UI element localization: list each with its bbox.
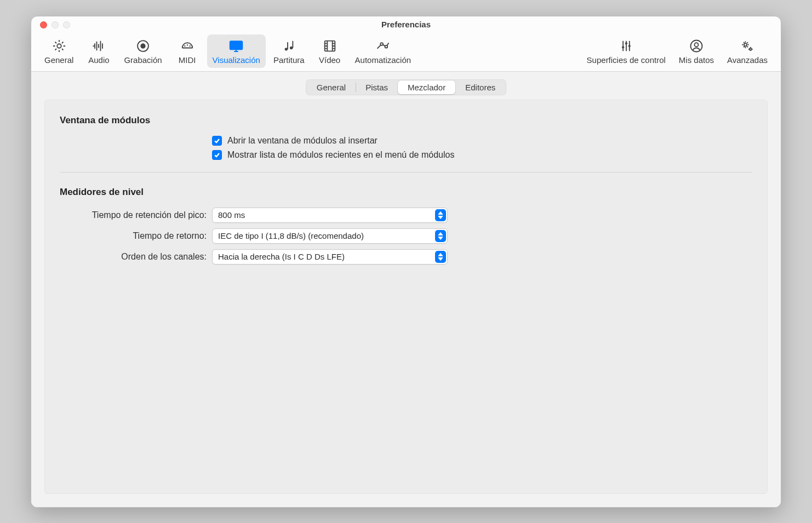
section-level-meters-heading: Medidores de nivel <box>60 187 752 198</box>
checkbox-icon <box>212 136 222 146</box>
gear-icon <box>52 38 67 54</box>
svg-marker-38 <box>438 257 443 260</box>
svg-point-0 <box>57 44 61 48</box>
toolbar-item-automation[interactable]: Automatización <box>350 35 417 68</box>
checkbox-open-plugin-window-on-insert[interactable]: Abrir la ventana de módulos al insertar <box>212 136 752 146</box>
select-value: Hacia la derecha (Is I C D Ds LFE) <box>218 252 345 261</box>
toolbar-item-recording[interactable]: Grabación <box>118 35 167 68</box>
select-arrows-icon <box>435 251 446 263</box>
svg-point-21 <box>380 43 383 45</box>
toolbar-item-score[interactable]: Partitura <box>268 35 310 68</box>
svg-marker-37 <box>438 253 443 256</box>
music-notes-icon <box>281 38 296 54</box>
preferences-panel: Ventana de módulos Abrir la ventana de m… <box>44 100 768 494</box>
svg-point-29 <box>690 40 702 51</box>
select-value: IEC de tipo I (11,8 dB/s) (recomendado) <box>218 231 364 240</box>
svg-point-4 <box>184 45 185 46</box>
tab-mixer[interactable]: Mezclador <box>398 81 455 94</box>
row-peak-hold-time: Tiempo de retención del pico: 800 ms <box>60 208 752 223</box>
content-area: General Pistas Mezclador Editores Ventan… <box>31 72 781 507</box>
label-channel-order: Orden de los canales: <box>60 252 212 262</box>
svg-point-30 <box>694 43 698 47</box>
toolbar-item-my-info[interactable]: Mis datos <box>673 35 719 68</box>
sliders-icon <box>619 38 634 54</box>
svg-point-31 <box>744 43 747 46</box>
automation-icon <box>375 38 391 54</box>
zoom-window-button[interactable] <box>63 21 70 28</box>
svg-marker-33 <box>438 211 443 214</box>
section-plugin-window-heading: Ventana de módulos <box>60 115 752 126</box>
toolbar-item-midi[interactable]: MIDI <box>170 35 205 68</box>
close-window-button[interactable] <box>40 21 47 28</box>
preferences-window: Preferencias General Audio Grabación MID… <box>31 16 781 508</box>
select-peak-hold-time[interactable]: 800 ms <box>212 208 448 223</box>
tab-tracks[interactable]: Pistas <box>356 81 398 94</box>
checkbox-icon <box>212 150 222 160</box>
svg-point-27 <box>625 42 627 44</box>
display-icon <box>228 38 244 54</box>
toolbar-item-general[interactable]: General <box>39 35 79 68</box>
toolbar-label: Automatización <box>355 55 411 65</box>
film-icon <box>322 38 338 54</box>
toolbar-item-advanced[interactable]: Avanzadas <box>722 35 773 68</box>
svg-point-32 <box>750 48 752 50</box>
toolbar-label: Avanzadas <box>727 55 768 65</box>
svg-point-28 <box>628 44 630 47</box>
record-icon <box>135 38 151 54</box>
toolbar-label: Vídeo <box>319 55 340 65</box>
checkbox-label: Mostrar lista de módulos recientes en el… <box>227 150 454 160</box>
minimize-window-button[interactable] <box>52 21 59 28</box>
toolbar-item-video[interactable]: Vídeo <box>312 35 347 68</box>
select-channel-order[interactable]: Hacia la derecha (Is I C D Ds LFE) <box>212 249 448 265</box>
traffic-lights <box>40 21 70 28</box>
toolbar-item-audio[interactable]: Audio <box>81 35 116 68</box>
sub-tabs: General Pistas Mezclador Editores <box>306 79 506 95</box>
toolbar-label: Grabación <box>124 55 162 65</box>
row-channel-order: Orden de los canales: Hacia la derecha (… <box>60 249 752 265</box>
toolbar: General Audio Grabación MIDI Visualizaci… <box>31 32 781 72</box>
toolbar-label: Superficies de control <box>587 55 666 65</box>
toolbar-label: Audio <box>88 55 109 65</box>
svg-point-26 <box>622 46 624 48</box>
midi-icon <box>180 38 195 54</box>
label-peak-hold-time: Tiempo de retención del pico: <box>60 210 212 220</box>
toolbar-item-control-surfaces[interactable]: Superficies de control <box>581 35 671 68</box>
titlebar: Preferencias <box>31 16 781 32</box>
tab-general[interactable]: General <box>307 81 356 94</box>
checkbox-show-recent-plugins[interactable]: Mostrar lista de módulos recientes en el… <box>212 150 752 160</box>
select-arrows-icon <box>435 209 446 221</box>
svg-marker-34 <box>438 216 443 219</box>
toolbar-item-display[interactable]: Visualización <box>207 35 266 68</box>
tab-editors[interactable]: Editores <box>455 81 505 94</box>
select-arrows-icon <box>435 230 446 242</box>
toolbar-label: MIDI <box>179 55 196 65</box>
label-return-time: Tiempo de retorno: <box>60 231 212 241</box>
row-return-time: Tiempo de retorno: IEC de tipo I (11,8 d… <box>60 228 752 244</box>
gears-icon <box>739 38 756 54</box>
toolbar-label: General <box>44 55 73 65</box>
svg-point-2 <box>140 43 145 48</box>
section-divider <box>60 172 752 173</box>
svg-marker-35 <box>438 232 443 235</box>
svg-point-5 <box>186 44 187 45</box>
toolbar-label: Mis datos <box>679 55 714 65</box>
waveform-icon <box>91 38 106 54</box>
window-title: Preferencias <box>381 20 431 29</box>
select-value: 800 ms <box>218 210 245 220</box>
svg-point-6 <box>189 45 190 46</box>
checkbox-label: Abrir la ventana de módulos al insertar <box>227 136 378 146</box>
person-circle-icon <box>689 38 704 54</box>
toolbar-label: Partitura <box>273 55 305 65</box>
svg-rect-7 <box>230 41 243 49</box>
svg-point-22 <box>385 45 387 48</box>
svg-marker-36 <box>438 237 443 239</box>
toolbar-label: Visualización <box>213 55 260 65</box>
select-return-time[interactable]: IEC de tipo I (11,8 dB/s) (recomendado) <box>212 228 448 244</box>
